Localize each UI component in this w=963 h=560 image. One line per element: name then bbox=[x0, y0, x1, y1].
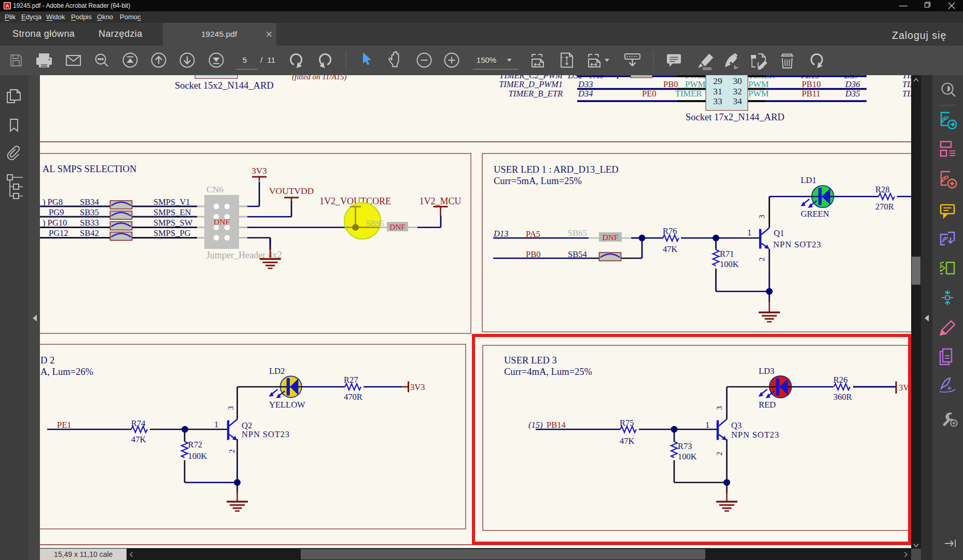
svg-text:DNF: DNF bbox=[214, 217, 230, 226]
svg-text:) PG8: ) PG8 bbox=[43, 197, 63, 207]
svg-text:PG12: PG12 bbox=[49, 228, 68, 238]
svg-text:1: 1 bbox=[747, 228, 751, 237]
svg-text:SMPS_PG: SMPS_PG bbox=[153, 228, 191, 238]
svg-text:Curr=5mA, Lum=25%: Curr=5mA, Lum=25% bbox=[494, 176, 582, 186]
svg-text:SMPS_V1: SMPS_V1 bbox=[153, 197, 190, 207]
svg-text:D36: D36 bbox=[845, 79, 860, 89]
svg-text:PE1: PE1 bbox=[57, 420, 72, 430]
svg-text:SB65: SB65 bbox=[568, 228, 587, 238]
svg-text:NPN SOT23: NPN SOT23 bbox=[242, 429, 290, 439]
svg-text:3: 3 bbox=[715, 406, 723, 410]
svg-text:270R: 270R bbox=[875, 202, 894, 212]
svg-text:PB11: PB11 bbox=[802, 89, 820, 99]
svg-text:5: 5 bbox=[243, 55, 247, 64]
svg-text:(fitted on 11/A15): (fitted on 11/A15) bbox=[292, 75, 347, 81]
svg-text:TIMER_B_ETR: TIMER_B_ETR bbox=[509, 89, 563, 99]
svg-text:1: 1 bbox=[214, 419, 218, 429]
svg-text:YELLOW: YELLOW bbox=[269, 400, 305, 410]
svg-text:PB14: PB14 bbox=[547, 420, 566, 430]
svg-text:USER LED 3: USER LED 3 bbox=[504, 355, 557, 366]
svg-text:AL SMPS SELECTION: AL SMPS SELECTION bbox=[43, 164, 136, 174]
svg-text:31: 31 bbox=[713, 86, 722, 96]
svg-text:SB54: SB54 bbox=[568, 249, 587, 259]
svg-text:SB95: SB95 bbox=[366, 219, 384, 228]
svg-text:33: 33 bbox=[713, 96, 722, 106]
svg-text:47K: 47K bbox=[663, 244, 678, 254]
svg-text:SMPS_EN: SMPS_EN bbox=[153, 207, 191, 217]
svg-text:GREEN: GREEN bbox=[801, 209, 829, 219]
svg-text:R26: R26 bbox=[833, 375, 848, 385]
svg-text:PWM: PWM bbox=[748, 79, 769, 89]
svg-text:PB0: PB0 bbox=[526, 249, 540, 259]
svg-text:360R: 360R bbox=[833, 392, 852, 402]
svg-text:R28: R28 bbox=[875, 185, 890, 194]
svg-text:PB0: PB0 bbox=[663, 79, 678, 89]
svg-text:/: / bbox=[260, 55, 263, 64]
svg-text:32: 32 bbox=[733, 86, 742, 96]
svg-text:PWM: PWM bbox=[748, 89, 769, 99]
svg-text:R74: R74 bbox=[131, 418, 146, 428]
svg-text:Socket 15x2_N144_ARD: Socket 15x2_N144_ARD bbox=[175, 80, 274, 91]
svg-text:TIMER_: TIMER_ bbox=[902, 89, 911, 99]
svg-text:DNF: DNF bbox=[389, 222, 406, 231]
svg-text:R76: R76 bbox=[663, 226, 677, 236]
svg-text:3V3: 3V3 bbox=[252, 166, 267, 176]
svg-text:DNF: DNF bbox=[602, 233, 618, 242]
svg-text:PB10: PB10 bbox=[802, 79, 821, 89]
svg-text:1V2_MCU: 1V2_MCU bbox=[419, 196, 461, 206]
svg-text:100K: 100K bbox=[188, 451, 207, 461]
svg-text:470R: 470R bbox=[344, 392, 362, 402]
svg-text:SB35: SB35 bbox=[80, 207, 99, 217]
svg-text:2: 2 bbox=[715, 452, 723, 456]
svg-text:D35: D35 bbox=[845, 89, 860, 99]
svg-text:R27: R27 bbox=[344, 375, 358, 385]
svg-text:CN6: CN6 bbox=[206, 184, 224, 194]
svg-text:(15): (15) bbox=[528, 420, 543, 430]
svg-text:LD3: LD3 bbox=[759, 366, 774, 376]
svg-text:SB42: SB42 bbox=[80, 228, 99, 238]
svg-text:R71: R71 bbox=[720, 249, 734, 259]
svg-text:47K: 47K bbox=[131, 435, 146, 444]
svg-text:3: 3 bbox=[758, 215, 766, 219]
svg-text:29: 29 bbox=[713, 76, 722, 86]
svg-text:PA5: PA5 bbox=[526, 229, 540, 239]
svg-text:LD1: LD1 bbox=[801, 175, 816, 185]
svg-text:3: 3 bbox=[227, 406, 235, 410]
svg-text:150%: 150% bbox=[477, 55, 496, 64]
svg-text:11: 11 bbox=[267, 55, 275, 64]
svg-text:R73: R73 bbox=[678, 441, 692, 451]
svg-text:TIMER_: TIMER_ bbox=[902, 79, 911, 89]
svg-text:Q1: Q1 bbox=[774, 228, 784, 238]
svg-text:PG9: PG9 bbox=[49, 207, 64, 217]
svg-text:D13: D13 bbox=[493, 229, 508, 239]
svg-text:R72: R72 bbox=[188, 440, 203, 450]
svg-text:3V3: 3V3 bbox=[410, 382, 425, 392]
svg-text:LD2: LD2 bbox=[269, 366, 285, 376]
svg-text:TIMER: TIMER bbox=[675, 89, 702, 99]
svg-text:Curr=4mA, Lum=25%: Curr=4mA, Lum=25% bbox=[504, 367, 592, 377]
svg-text:1: 1 bbox=[705, 420, 709, 430]
svg-text:PWM: PWM bbox=[685, 79, 706, 89]
svg-text:RED: RED bbox=[759, 400, 776, 410]
svg-text:D33: D33 bbox=[578, 79, 593, 89]
svg-text:Socket 17x2_N144_ARD: Socket 17x2_N144_ARD bbox=[686, 112, 785, 122]
svg-text:A, Lum=26%: A, Lum=26% bbox=[40, 367, 93, 377]
svg-text:2: 2 bbox=[228, 449, 236, 453]
svg-text:30: 30 bbox=[733, 76, 742, 86]
svg-text:R75: R75 bbox=[620, 418, 634, 428]
svg-text:PE0: PE0 bbox=[642, 89, 657, 99]
svg-text:USER LED 1 : ARD_D13_LED: USER LED 1 : ARD_D13_LED bbox=[494, 164, 619, 175]
svg-text:100K: 100K bbox=[678, 452, 697, 461]
svg-text:TIMER_D_PWM1: TIMER_D_PWM1 bbox=[499, 79, 563, 89]
svg-text:47K: 47K bbox=[620, 436, 635, 446]
svg-text:SB33: SB33 bbox=[80, 218, 99, 228]
svg-text:VOUTVDD: VOUTVDD bbox=[269, 186, 314, 196]
svg-text:Q3: Q3 bbox=[731, 421, 742, 430]
svg-text:D34: D34 bbox=[578, 89, 593, 99]
svg-text:D 2: D 2 bbox=[40, 355, 54, 366]
svg-text:2: 2 bbox=[758, 257, 766, 261]
svg-text:34: 34 bbox=[733, 96, 742, 106]
svg-text:) PG10: ) PG10 bbox=[43, 218, 67, 228]
svg-text:SB34: SB34 bbox=[80, 197, 99, 207]
svg-text:NPN SOT23: NPN SOT23 bbox=[731, 430, 779, 440]
